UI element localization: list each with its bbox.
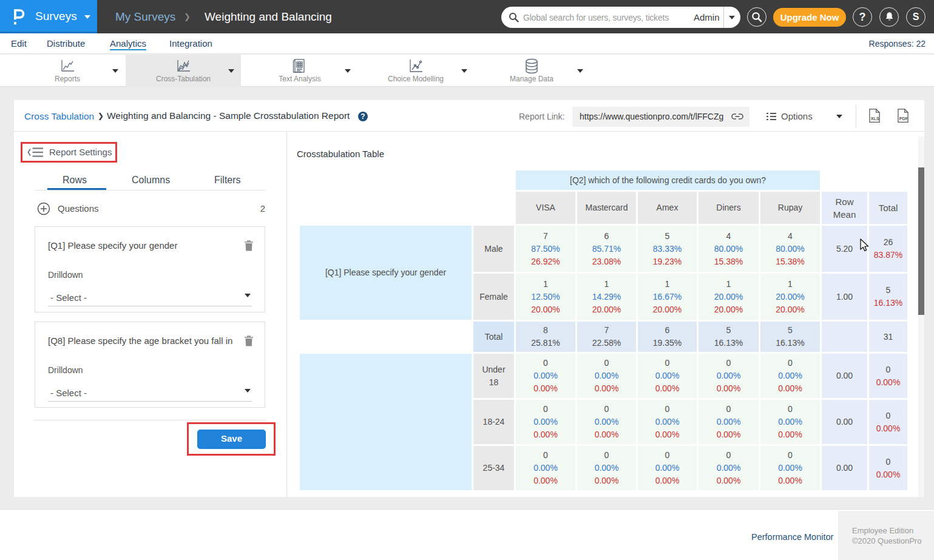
svg-text:XLS: XLS	[871, 116, 879, 121]
svg-text:PDF: PDF	[899, 116, 909, 121]
